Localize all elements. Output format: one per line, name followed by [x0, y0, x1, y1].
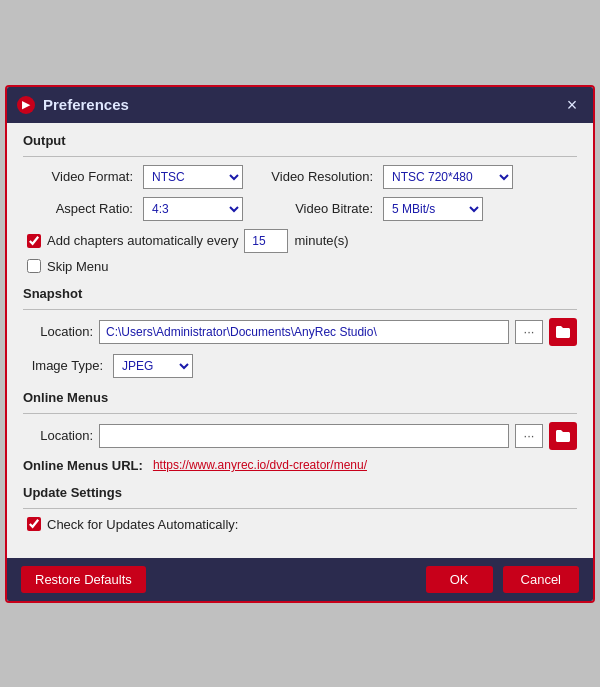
update-settings-section-title: Update Settings — [23, 485, 577, 500]
check-updates-checkbox[interactable] — [27, 517, 41, 531]
snapshot-folder-button[interactable] — [549, 318, 577, 346]
main-content: Output Video Format: NTSC PAL Video Reso… — [7, 123, 593, 554]
snapshot-section-title: Snapshot — [23, 286, 577, 301]
video-bitrate-label: Video Bitrate: — [253, 201, 373, 216]
snapshot-location-input[interactable] — [99, 320, 509, 344]
snapshot-location-label: Location: — [23, 324, 93, 339]
video-bitrate-select[interactable]: 5 MBit/s 8 MBit/s — [383, 197, 483, 221]
app-icon: ▶ — [17, 96, 35, 114]
online-menus-location-label: Location: — [23, 428, 93, 443]
folder-icon — [555, 325, 571, 339]
image-type-select[interactable]: JPEG PNG BMP — [113, 354, 193, 378]
close-button[interactable]: × — [561, 94, 583, 116]
online-menus-location-row: Location: ··· — [23, 422, 577, 450]
auto-chapters-checkbox[interactable] — [27, 234, 41, 248]
skip-menu-row: Skip Menu — [23, 259, 577, 274]
online-menus-url-label: Online Menus URL: — [23, 458, 143, 473]
restore-defaults-button[interactable]: Restore Defaults — [21, 566, 146, 593]
online-menus-url-link[interactable]: https://www.anyrec.io/dvd-creator/menu/ — [153, 458, 367, 472]
image-type-label: Image Type: — [23, 358, 103, 373]
right-buttons: OK Cancel — [426, 566, 579, 593]
online-menus-url-row: Online Menus URL: https://www.anyrec.io/… — [23, 458, 577, 473]
snapshot-location-row: Location: ··· — [23, 318, 577, 346]
online-menus-folder-button[interactable] — [549, 422, 577, 450]
aspect-ratio-select[interactable]: 4:3 16:9 — [143, 197, 243, 221]
auto-chapters-row: Add chapters automatically every minute(… — [23, 229, 577, 253]
ok-button[interactable]: OK — [426, 566, 493, 593]
preferences-dialog: ▶ Preferences × Output Video Format: NTS… — [5, 85, 595, 603]
online-menus-section: Online Menus Location: ··· Online Menus … — [23, 390, 577, 473]
aspect-ratio-label: Aspect Ratio: — [23, 201, 133, 216]
online-menus-location-input[interactable] — [99, 424, 509, 448]
chapters-minutes-input[interactable] — [244, 229, 288, 253]
snapshot-ellipsis-btn[interactable]: ··· — [515, 320, 543, 344]
output-section-title: Output — [23, 133, 577, 148]
skip-menu-checkbox[interactable] — [27, 259, 41, 273]
aspect-ratio-row: Aspect Ratio: 4:3 16:9 Video Bitrate: 5 … — [23, 197, 577, 221]
dialog-title: Preferences — [43, 96, 561, 113]
title-bar: ▶ Preferences × — [7, 87, 593, 123]
folder-icon — [555, 429, 571, 443]
update-settings-section: Update Settings Check for Updates Automa… — [23, 485, 577, 532]
video-resolution-select[interactable]: NTSC 720*480 NTSC 1280*720 — [383, 165, 513, 189]
output-section: Output Video Format: NTSC PAL Video Reso… — [23, 133, 577, 274]
online-menus-section-title: Online Menus — [23, 390, 577, 405]
video-format-select[interactable]: NTSC PAL — [143, 165, 243, 189]
video-resolution-label: Video Resolution: — [253, 169, 373, 184]
video-format-label: Video Format: — [23, 169, 133, 184]
check-updates-row: Check for Updates Automatically: — [23, 517, 577, 532]
online-menus-ellipsis-btn[interactable]: ··· — [515, 424, 543, 448]
image-type-row: Image Type: JPEG PNG BMP — [23, 354, 577, 378]
bottom-bar: Restore Defaults OK Cancel — [7, 558, 593, 601]
cancel-button[interactable]: Cancel — [503, 566, 579, 593]
auto-chapters-label: Add chapters automatically every — [47, 233, 238, 248]
check-updates-label: Check for Updates Automatically: — [47, 517, 238, 532]
skip-menu-label: Skip Menu — [47, 259, 108, 274]
snapshot-section: Snapshot Location: ··· Image Type: JPEG … — [23, 286, 577, 378]
minutes-unit-label: minute(s) — [294, 233, 348, 248]
video-format-row: Video Format: NTSC PAL Video Resolution:… — [23, 165, 577, 189]
